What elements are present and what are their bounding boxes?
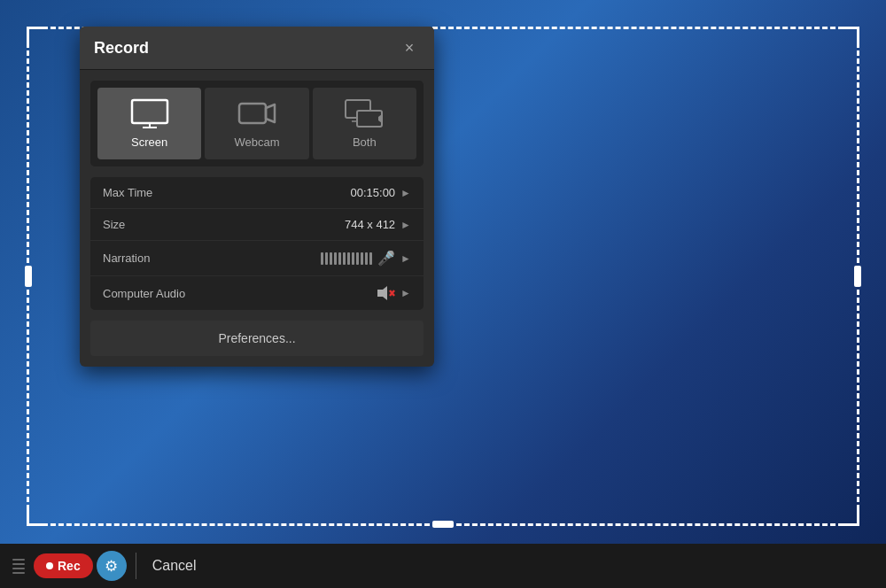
computer-audio-label: Computer Audio (103, 287, 200, 300)
rec-dot (46, 562, 53, 569)
computer-audio-chevron: ► (400, 287, 411, 299)
rec-label: Rec (58, 559, 81, 573)
side-handle-bottom[interactable] (432, 521, 454, 528)
size-value: 744 x 412 ► (200, 218, 411, 231)
max-time-value: 00:15:00 ► (200, 186, 411, 199)
computer-audio-value: ► (200, 285, 411, 301)
svg-rect-8 (357, 111, 382, 127)
narration-value: 🎤 ► (200, 250, 411, 267)
rec-button[interactable]: Rec (34, 553, 93, 578)
toolbar-grip (12, 559, 25, 574)
both-icon (345, 98, 384, 128)
mode-webcam-button[interactable]: Webcam (205, 88, 308, 159)
close-button[interactable]: × (399, 37, 420, 58)
toolbar-divider (136, 553, 136, 579)
grip-line-3 (12, 568, 25, 569)
size-row[interactable]: Size 744 x 412 ► (90, 209, 424, 241)
corner-handle-tr[interactable] (842, 27, 859, 44)
cancel-button[interactable]: Cancel (145, 553, 204, 579)
max-time-chevron: ► (400, 187, 411, 199)
screen-icon (130, 98, 169, 128)
size-chevron: ► (400, 219, 411, 231)
svg-marker-4 (266, 104, 275, 122)
webcam-icon (237, 98, 276, 128)
svg-rect-3 (239, 104, 266, 123)
corner-handle-bl[interactable] (27, 508, 44, 526)
dialog-body: Screen Webcam (80, 70, 434, 367)
svg-rect-0 (132, 100, 167, 123)
narration-level-bars (321, 252, 372, 265)
settings-gear-button[interactable]: ⚙ (97, 551, 127, 581)
mode-screen-label: Screen (131, 135, 167, 149)
bottom-toolbar: Rec ⚙ Cancel (0, 544, 886, 588)
dialog-title: Record (94, 39, 149, 58)
corner-handle-tl[interactable] (27, 27, 44, 44)
settings-panel: Max Time 00:15:00 ► Size 744 x 412 ► Nar… (90, 177, 424, 310)
mode-selector: Screen Webcam (90, 81, 424, 166)
corner-handle-br[interactable] (842, 508, 859, 526)
side-handle-left[interactable] (25, 266, 32, 287)
narration-chevron: ► (400, 252, 411, 265)
record-dialog: Record × Screen (80, 27, 434, 367)
side-handle-right[interactable] (854, 266, 861, 287)
mode-webcam-label: Webcam (234, 135, 279, 149)
gear-icon: ⚙ (105, 557, 118, 576)
narration-row[interactable]: Narration 🎤 ► (90, 241, 424, 276)
max-time-label: Max Time (103, 186, 200, 199)
grip-line-1 (12, 559, 25, 561)
mode-both-button[interactable]: Both (313, 88, 416, 159)
grip-line-2 (12, 563, 25, 565)
narration-label: Narration (103, 251, 200, 265)
computer-audio-row[interactable]: Computer Audio ► (90, 276, 424, 310)
mode-both-label: Both (353, 135, 377, 149)
size-label: Size (103, 218, 200, 231)
mode-screen-button[interactable]: Screen (97, 88, 201, 159)
preferences-button[interactable]: Preferences... (90, 321, 424, 356)
svg-marker-10 (377, 286, 387, 300)
microphone-icon: 🎤 (377, 250, 395, 267)
grip-line-4 (12, 572, 25, 574)
audio-muted-icon (376, 285, 395, 301)
max-time-row[interactable]: Max Time 00:15:00 ► (90, 177, 424, 209)
dialog-titlebar: Record × (80, 27, 434, 70)
